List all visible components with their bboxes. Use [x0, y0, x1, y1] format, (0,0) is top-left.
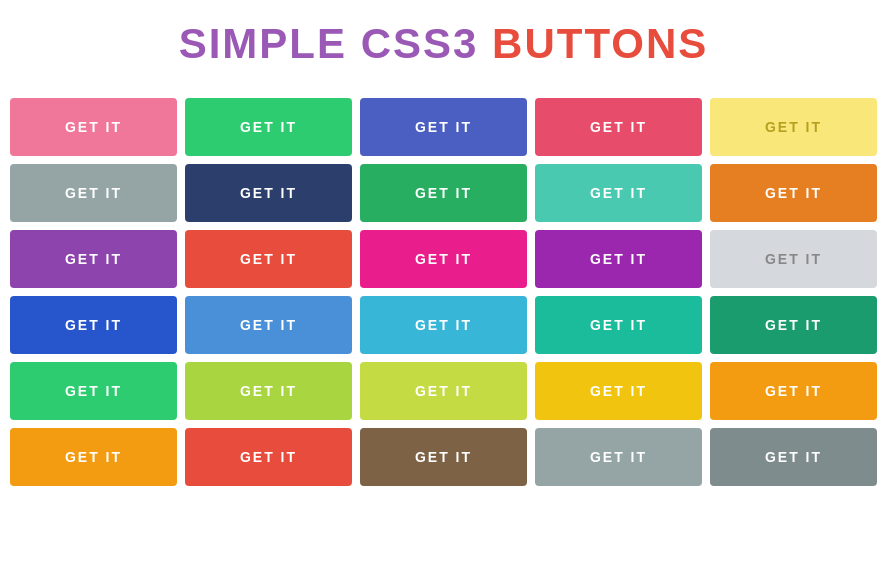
get-it-button-btn-18[interactable]: GET IT [360, 296, 527, 354]
get-it-button-btn-8[interactable]: GET IT [360, 164, 527, 222]
get-it-button-btn-20[interactable]: GET IT [710, 296, 877, 354]
get-it-button-btn-6[interactable]: GET IT [10, 164, 177, 222]
get-it-button-btn-13[interactable]: GET IT [360, 230, 527, 288]
get-it-button-btn-19[interactable]: GET IT [535, 296, 702, 354]
get-it-button-btn-17[interactable]: GET IT [185, 296, 352, 354]
get-it-button-btn-24[interactable]: GET IT [535, 362, 702, 420]
get-it-button-btn-5[interactable]: GET IT [710, 98, 877, 156]
get-it-button-btn-7[interactable]: GET IT [185, 164, 352, 222]
get-it-button-btn-15[interactable]: GET IT [710, 230, 877, 288]
get-it-button-btn-3[interactable]: GET IT [360, 98, 527, 156]
get-it-button-btn-16[interactable]: GET IT [10, 296, 177, 354]
title-part2: BUTTONS [492, 20, 708, 67]
get-it-button-btn-26[interactable]: GET IT [10, 428, 177, 486]
get-it-button-btn-27[interactable]: GET IT [185, 428, 352, 486]
get-it-button-btn-23[interactable]: GET IT [360, 362, 527, 420]
get-it-button-btn-25[interactable]: GET IT [710, 362, 877, 420]
get-it-button-btn-28[interactable]: GET IT [360, 428, 527, 486]
get-it-button-btn-10[interactable]: GET IT [710, 164, 877, 222]
get-it-button-btn-2[interactable]: GET IT [185, 98, 352, 156]
button-grid: GET ITGET ITGET ITGET ITGET ITGET ITGET … [10, 98, 877, 486]
title-part1: SIMPLE CSS3 [179, 20, 492, 67]
get-it-button-btn-21[interactable]: GET IT [10, 362, 177, 420]
get-it-button-btn-1[interactable]: GET IT [10, 98, 177, 156]
get-it-button-btn-29[interactable]: GET IT [535, 428, 702, 486]
get-it-button-btn-11[interactable]: GET IT [10, 230, 177, 288]
get-it-button-btn-12[interactable]: GET IT [185, 230, 352, 288]
get-it-button-btn-30[interactable]: GET IT [710, 428, 877, 486]
get-it-button-btn-4[interactable]: GET IT [535, 98, 702, 156]
get-it-button-btn-14[interactable]: GET IT [535, 230, 702, 288]
get-it-button-btn-22[interactable]: GET IT [185, 362, 352, 420]
page-title: SIMPLE CSS3 BUTTONS [10, 20, 877, 68]
get-it-button-btn-9[interactable]: GET IT [535, 164, 702, 222]
